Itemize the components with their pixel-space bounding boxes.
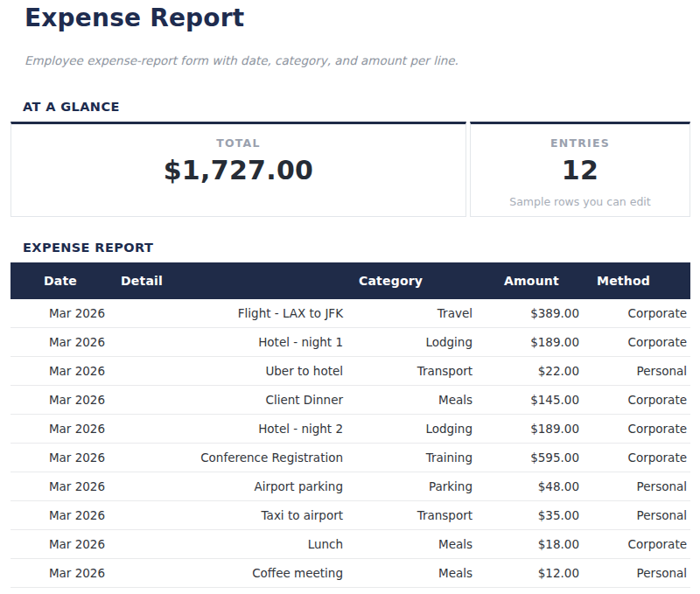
cell-method[interactable]: Personal (590, 472, 690, 501)
cell-amount[interactable]: $22.00 (483, 357, 590, 386)
stat-cards: TOTAL $1,727.00 ENTRIES 12 Sample rows y… (10, 122, 690, 217)
cell-method[interactable]: Corporate (590, 386, 690, 415)
table-row[interactable]: Mar 2026Hotel - night 2Lodging$189.00Cor… (10, 415, 690, 444)
stat-note-entries: Sample rows you can edit (471, 195, 690, 208)
cell-category[interactable]: Lodging (352, 415, 483, 444)
cell-amount[interactable]: $389.00 (483, 299, 590, 328)
cell-date[interactable]: Mar 2026 (10, 357, 114, 386)
stat-value-total: $1,727.00 (11, 155, 466, 185)
cell-method[interactable]: Personal (590, 501, 690, 530)
expense-table: Date Detail Category Amount Method Mar 2… (10, 262, 690, 589)
column-header-date: Date (10, 262, 114, 299)
cell-method[interactable]: Personal (590, 559, 690, 588)
cell-detail[interactable]: Flight - LAX to JFK (114, 299, 352, 328)
cell-category[interactable]: Travel (352, 299, 483, 328)
table-row[interactable]: Mar 2026Hotel - night 1Lodging$189.00Cor… (10, 328, 690, 357)
cell-detail[interactable]: Coffee meeting (114, 559, 352, 588)
cell-category[interactable]: Transport (352, 357, 483, 386)
cell-date[interactable]: Mar 2026 (10, 444, 114, 472)
cell-category[interactable]: Lodging (352, 328, 483, 357)
cell-category[interactable]: Training (352, 444, 483, 472)
page-subtitle: Employee expense-report form with date, … (24, 53, 700, 67)
cell-method[interactable]: Personal (590, 357, 690, 386)
cell-date[interactable]: Mar 2026 (10, 501, 114, 530)
cell-method[interactable]: Corporate (590, 530, 690, 559)
stat-label-total: TOTAL (11, 136, 466, 150)
column-header-method: Method (590, 262, 690, 299)
header-row: Date Detail Category Amount Method (10, 262, 690, 299)
cell-date[interactable]: Mar 2026 (10, 559, 114, 588)
cell-method[interactable]: Corporate (590, 415, 690, 444)
cell-date[interactable]: Mar 2026 (10, 299, 114, 328)
cell-category[interactable]: Meals (352, 530, 483, 559)
table-row[interactable]: Mar 2026LunchMeals$18.00Corporate (10, 530, 690, 559)
cell-amount[interactable]: $12.00 (483, 559, 590, 588)
page-title: Expense Report (24, 5, 700, 32)
stat-label-entries: ENTRIES (471, 136, 690, 150)
column-header-amount: Amount (483, 262, 590, 299)
cell-detail[interactable]: Conference Registration (114, 444, 352, 472)
table-row[interactable]: Mar 2026Airport parkingParking$48.00Pers… (10, 472, 690, 501)
stat-card-entries: ENTRIES 12 Sample rows you can edit (470, 122, 690, 217)
cell-method[interactable]: Corporate (590, 299, 690, 328)
table-row[interactable]: Mar 2026Taxi to airportTransport$35.00Pe… (10, 501, 690, 530)
cell-detail[interactable]: Airport parking (114, 472, 352, 501)
cell-detail[interactable]: Client Dinner (114, 386, 352, 415)
cell-category[interactable]: Meals (352, 559, 483, 588)
cell-amount[interactable]: $145.00 (483, 386, 590, 415)
cell-detail[interactable]: Taxi to airport (114, 501, 352, 530)
cell-category[interactable]: Parking (352, 472, 483, 501)
cell-detail[interactable]: Hotel - night 2 (114, 415, 352, 444)
table-row[interactable]: Mar 2026Flight - LAX to JFKTravel$389.00… (10, 299, 690, 328)
stat-value-entries: 12 (471, 155, 690, 185)
table-row[interactable]: Mar 2026Uber to hotelTransport$22.00Pers… (10, 357, 690, 386)
stat-card-total: TOTAL $1,727.00 (10, 122, 466, 217)
cell-category[interactable]: Transport (352, 501, 483, 530)
cell-amount[interactable]: $189.00 (483, 415, 590, 444)
table-row[interactable]: Mar 2026Client DinnerMeals$145.00Corpora… (10, 386, 690, 415)
cell-detail[interactable]: Lunch (114, 530, 352, 559)
cell-category[interactable]: Meals (352, 386, 483, 415)
cell-date[interactable]: Mar 2026 (10, 328, 114, 357)
cell-date[interactable]: Mar 2026 (10, 530, 114, 559)
expense-table-header: Date Detail Category Amount Method (10, 262, 690, 299)
cell-detail[interactable]: Hotel - night 1 (114, 328, 352, 357)
cell-amount[interactable]: $18.00 (483, 530, 590, 559)
cell-date[interactable]: Mar 2026 (10, 415, 114, 444)
cell-amount[interactable]: $48.00 (483, 472, 590, 501)
cell-amount[interactable]: $595.00 (483, 444, 590, 472)
table-row[interactable]: Mar 2026Conference RegistrationTraining$… (10, 444, 690, 472)
glance-section-heading: AT A GLANCE (23, 100, 700, 114)
cell-date[interactable]: Mar 2026 (10, 472, 114, 501)
cell-detail[interactable]: Uber to hotel (114, 357, 352, 386)
cell-method[interactable]: Corporate (590, 328, 690, 357)
expense-table-body: Mar 2026Flight - LAX to JFKTravel$389.00… (10, 299, 690, 588)
cell-date[interactable]: Mar 2026 (10, 386, 114, 415)
table-row[interactable]: Mar 2026Coffee meetingMeals$12.00Persona… (10, 559, 690, 588)
column-header-category: Category (352, 262, 483, 299)
report-section-heading: EXPENSE REPORT (23, 241, 700, 255)
cell-method[interactable]: Corporate (590, 444, 690, 472)
cell-amount[interactable]: $189.00 (483, 328, 590, 357)
column-header-detail: Detail (114, 262, 352, 299)
cell-amount[interactable]: $35.00 (483, 501, 590, 530)
